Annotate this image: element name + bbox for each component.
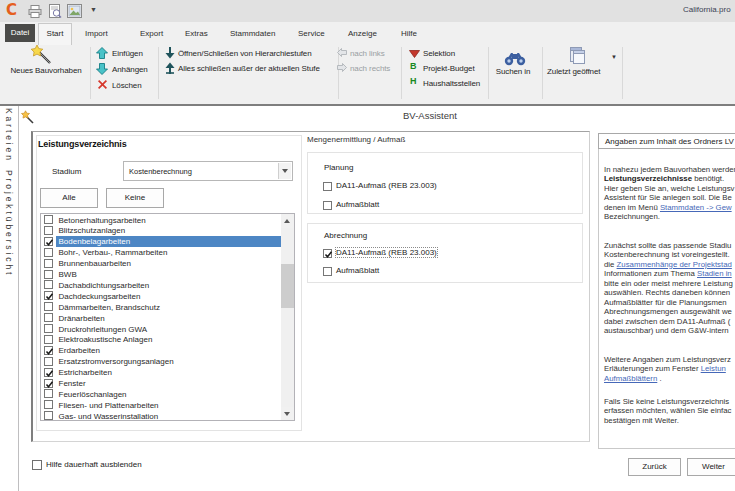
list-item[interactable]: Brunnenbauarbeiten [41,258,282,269]
lv-scrollbar[interactable] [281,214,295,420]
list-item-checkbox[interactable] [44,335,53,344]
list-item-checkbox[interactable] [44,302,53,311]
list-item-checkbox[interactable] [44,411,53,420]
print-preview-icon[interactable] [48,4,62,19]
stadium-dropdown[interactable]: Kostenberechnung [123,161,293,181]
tab-stammdaten[interactable]: Stammdaten [230,29,275,38]
list-item[interactable]: Ersatzstromversorgungsanlagen [41,356,282,367]
tab-anzeige[interactable]: Anzeige [348,29,377,38]
list-item-label: Dämmarbeiten, Brandschutz [59,302,160,313]
list-item[interactable]: Dachdeckungsarbeiten [41,291,282,302]
list-item-checkbox[interactable] [44,324,53,333]
help-link[interactable]: Zusammenhänge der Projektstad [617,260,732,269]
list-item[interactable]: Fenster [41,378,282,389]
list-item[interactable]: Betonerhaltungsarbeiten [41,215,282,226]
tab-start[interactable]: Start [38,23,72,45]
list-item[interactable]: Druckrohrleitungen GWA [41,324,282,335]
billing-option-checkbox[interactable] [323,267,332,276]
help-text-line: denen im Menü Stammdaten -> Gew [604,203,732,212]
tab-datei[interactable]: Datei [5,24,35,42]
list-item-checkbox[interactable] [44,270,53,279]
list-item-checkbox[interactable] [44,237,53,246]
list-item[interactable]: Bodenbelagarbeiten [41,236,282,247]
nav-left-icon [337,48,347,57]
tab-hilfe[interactable]: Hilfe [401,29,417,38]
scrollbar-thumb[interactable] [281,264,295,308]
list-item[interactable]: Fliesen- und Plattenarbeiten [41,400,282,411]
list-item-label: Bodenbelagarbeiten [59,236,131,247]
list-item-checkbox[interactable] [44,346,53,355]
append-button[interactable]: Anhängen [112,65,148,74]
qat-dropdown-icon[interactable]: ▼ [90,6,97,13]
list-item[interactable]: Dränarbeiten [41,313,282,324]
image-icon[interactable] [67,4,82,18]
lv-checklist[interactable]: BetonerhaltungsarbeitenBlitzschutzanlage… [40,213,295,421]
window-title: California.pro [683,5,731,14]
list-item-checkbox[interactable] [44,400,53,409]
nav-right-button[interactable]: nach rechts [350,64,390,73]
stadium-label: Stadium [52,167,81,176]
stadium-dropdown-arrow[interactable] [278,163,291,179]
select-none-button[interactable]: Keine [106,188,164,208]
list-item[interactable]: Blitzschutzanlagen [41,225,282,236]
tab-export[interactable]: Export [140,29,163,38]
new-project-button[interactable]: Neues Bauvorhaben [8,66,84,75]
tab-import[interactable]: Import [85,29,108,38]
list-item[interactable]: Erdarbeiten [41,345,282,356]
list-item-checkbox[interactable] [44,226,53,235]
list-item-checkbox[interactable] [44,280,53,289]
help-link[interactable]: Stadien in [697,269,732,278]
list-item-checkbox[interactable] [44,313,53,322]
list-item-label: Erdarbeiten [59,345,100,356]
list-item[interactable]: BWB [41,269,282,280]
print-icon[interactable] [28,5,42,18]
budget-positions-button[interactable]: Haushaltsstellen [423,79,480,88]
scroll-down-icon[interactable] [281,407,295,421]
nav-right-icon [337,63,347,72]
next-button[interactable]: Weiter [687,458,735,476]
planning-option-checkbox[interactable] [323,201,332,210]
list-item[interactable]: Estricharbeiten [41,367,282,378]
help-link[interactable]: Stammdaten -> Gew [660,203,732,212]
list-item[interactable]: Dachabdichtungsarbeiten [41,280,282,291]
planning-option-checkbox[interactable] [323,182,332,191]
scroll-up-icon[interactable] [281,214,295,228]
selection-button[interactable]: Selektion [423,49,455,58]
help-link[interactable]: Leistun [701,364,726,373]
list-item-checkbox[interactable] [44,291,53,300]
insert-button[interactable]: Einfügen [112,49,143,58]
back-button[interactable]: Zurück [628,458,681,476]
recently-opened-button[interactable]: Zuletzt geöffnet [547,67,600,76]
list-item-label: Blitzschutzanlagen [59,225,126,236]
select-all-button[interactable]: Alle [40,188,98,208]
nav-left-button[interactable]: nach links [350,49,385,58]
list-item[interactable]: Elektroakustische Anlagen [41,334,282,345]
list-item-checkbox[interactable] [44,379,53,388]
pushpin-icon[interactable] [20,110,35,125]
search-in-button[interactable]: Suchen in [489,67,537,76]
project-budget-icon: B [410,61,417,71]
list-item-checkbox[interactable] [44,215,53,224]
list-item-checkbox[interactable] [44,389,53,398]
help-link[interactable]: Aufmaßblättern [604,374,657,383]
list-item[interactable]: Gas- und Wasserinstallation [41,411,282,421]
help-text-line: dabei zwischen dem DA11-Aufmaß ( [604,317,730,326]
tab-service[interactable]: Service [298,29,325,38]
tab-extras[interactable]: Extras [185,29,208,38]
sidebar-tab-karteien[interactable]: Karteien [4,108,14,163]
list-item[interactable]: Dämmarbeiten, Brandschutz [41,302,282,313]
recently-opened-caret-icon[interactable]: ▼ [611,54,617,60]
open-close-hierarchy-button[interactable]: Öffnen/Schließen von Hierarchiestufen [178,49,312,58]
hide-help-checkbox[interactable] [32,460,42,470]
billing-option-checkbox[interactable] [323,249,332,258]
list-item-checkbox[interactable] [44,357,53,366]
list-item-checkbox[interactable] [44,248,53,257]
list-item[interactable]: Bohr-, Verbau-, Rammarbeiten [41,247,282,258]
sidebar-tab-projektuebersicht[interactable]: Projektübersicht [4,170,14,277]
list-item-checkbox[interactable] [44,259,53,268]
close-all-except-button[interactable]: Alles schließen außer der aktuellen Stuf… [178,64,320,73]
list-item[interactable]: Feuerlöschanlagen [41,389,282,400]
project-budget-button[interactable]: Projekt-Budget [423,64,475,73]
delete-button[interactable]: Löschen [112,81,142,90]
list-item-checkbox[interactable] [44,368,53,377]
